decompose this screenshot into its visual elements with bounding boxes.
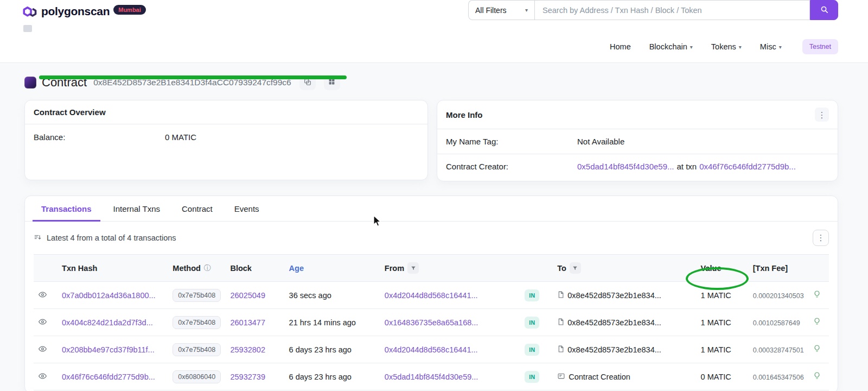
table-row: 0x46f76c646fdd2775d9b... 0x60806040 2593… [34, 363, 829, 390]
transactions-card: Transactions Internal Txns Contract Even… [24, 195, 838, 391]
chevron-down-icon: ▾ [525, 7, 528, 13]
search-bar: All Filters ▾ [468, 0, 838, 20]
logo[interactable]: polygonscan Mumbai [22, 0, 146, 21]
age-value: 6 days 23 hrs ago [289, 345, 352, 354]
from-address-link[interactable]: 0x4d2044d8d568c16441... [385, 291, 478, 300]
chevron-down-icon: ▾ [739, 44, 742, 50]
txn-hash-link[interactable]: 0x46f76c646fdd2775d9b... [62, 373, 155, 381]
contract-creation-label: Contract Creation [569, 373, 630, 381]
gas-bulb-icon [814, 345, 820, 352]
balance-value: 0 MATIC [165, 133, 196, 142]
eye-icon[interactable] [38, 318, 47, 326]
name-tag-row: My Name Tag: Not Available [437, 129, 838, 154]
age-column-toggle[interactable]: Age [289, 264, 304, 273]
table-row: 0x404c824d21da2d7f3d... 0x7e75b408 26013… [34, 309, 829, 336]
nav-item-tokens[interactable]: Tokens ▾ [711, 42, 742, 51]
creation-txn-link[interactable]: 0x46f76c646fdd2775d9b... [699, 162, 796, 171]
logo-text: polygonscan [41, 4, 110, 18]
search-icon [820, 5, 828, 15]
annotation-green-ellipse [686, 267, 749, 290]
block-link[interactable]: 26013477 [230, 318, 265, 327]
tab-transactions[interactable]: Transactions [33, 196, 100, 222]
col-block: Block [230, 264, 252, 273]
nav-item-misc[interactable]: Misc ▾ [760, 42, 782, 51]
nav-item-blockchain[interactable]: Blockchain ▾ [649, 42, 693, 51]
age-value: 36 secs ago [289, 291, 331, 300]
contract-avatar [24, 77, 36, 89]
block-link[interactable]: 26025049 [230, 291, 265, 300]
contract-creation-icon [557, 373, 565, 381]
polygonscan-logo-icon [22, 5, 37, 21]
annotation-green-underline [39, 75, 347, 79]
txn-fee: 0.000201340503 [753, 292, 804, 300]
info-icon[interactable]: ⓘ [204, 263, 211, 273]
from-address-link[interactable]: 0x4d2044d8d568c16441... [385, 345, 478, 354]
col-to: To [557, 264, 566, 273]
copy-icon [304, 78, 311, 87]
method-badge: 0x7e75b408 [173, 289, 221, 302]
balance-row: Balance: 0 MATIC [25, 124, 427, 150]
method-badge: 0x7e75b408 [173, 316, 221, 329]
eye-icon[interactable] [38, 345, 47, 353]
name-tag-value: Not Available [577, 137, 624, 146]
nav-item-home[interactable]: Home [610, 42, 631, 51]
block-link[interactable]: 25932739 [230, 373, 265, 381]
to-filter-icon[interactable] [570, 262, 581, 274]
creator-separator: at txn [677, 162, 697, 171]
document-icon [557, 345, 564, 355]
txn-hash-link[interactable]: 0x7a0db012a4d36a1800... [62, 291, 156, 300]
value-amount: 1 MATIC [701, 318, 731, 327]
mouse-cursor [372, 215, 383, 230]
gas-bulb-icon [814, 372, 820, 380]
value-amount: 0 MATIC [701, 373, 731, 381]
txn-fee: 0.00102587649 [753, 319, 800, 327]
txn-hash-link[interactable]: 0x404c824d21da2d7f3d... [62, 318, 153, 327]
table-row: 0x208bb4e97cd37f9b11f... 0x7e75b408 2593… [34, 336, 829, 363]
all-filters-label: All Filters [475, 6, 507, 15]
overview-card-title: Contract Overview [34, 108, 106, 117]
ad-placeholder [23, 25, 32, 32]
tab-bar: Transactions Internal Txns Contract Even… [25, 196, 838, 222]
chevron-down-icon: ▾ [690, 44, 693, 50]
more-info-card-title: More Info [446, 110, 483, 119]
search-button[interactable] [810, 0, 838, 20]
value-amount: 1 MATIC [701, 345, 731, 354]
txn-fee: 0.001645347506 [753, 374, 804, 381]
creator-address-link[interactable]: 0x5dad14bf845f4d30e59... [577, 162, 674, 171]
direction-badge: IN [525, 344, 539, 356]
from-address-link[interactable]: 0x5dad14bf845f4d30e59... [385, 373, 478, 381]
contract-creator-row: Contract Creator: 0x5dad14bf845f4d30e59.… [437, 154, 838, 179]
tab-internal-txns[interactable]: Internal Txns [105, 196, 169, 222]
all-filters-dropdown[interactable]: All Filters ▾ [468, 0, 534, 20]
direction-badge: IN [525, 289, 539, 301]
document-icon [557, 291, 564, 300]
more-info-card: More Info ⋮ My Name Tag: Not Available C… [437, 100, 838, 181]
more-info-menu-button[interactable]: ⋮ [815, 108, 829, 122]
transactions-summary: Latest 4 from a total of 4 transactions [47, 234, 176, 242]
eye-icon[interactable] [38, 372, 47, 380]
block-link[interactable]: 25932802 [230, 345, 265, 354]
eye-icon[interactable] [38, 291, 47, 299]
col-txn-fee: [Txn Fee] [753, 264, 788, 273]
contract-creator-label: Contract Creator: [446, 162, 577, 171]
direction-badge: IN [525, 371, 539, 383]
age-value: 6 days 23 hrs ago [289, 373, 352, 381]
table-menu-button[interactable]: ⋮ [813, 230, 829, 246]
from-filter-icon[interactable] [407, 262, 419, 274]
gas-bulb-icon [814, 291, 820, 298]
txn-hash-link[interactable]: 0x208bb4e97cd37f9b11f... [62, 345, 155, 354]
txn-fee: 0.000328747501 [753, 346, 804, 354]
testnet-button[interactable]: Testnet [802, 39, 838, 54]
method-badge: 0x60806040 [173, 370, 221, 383]
value-amount: 1 MATIC [701, 291, 731, 300]
grid-icon [328, 78, 335, 87]
tab-events[interactable]: Events [226, 196, 268, 222]
col-from: From [385, 264, 404, 273]
col-txn-hash: Txn Hash [62, 264, 97, 273]
direction-badge: IN [525, 317, 539, 329]
tab-contract[interactable]: Contract [173, 196, 221, 222]
from-address-link[interactable]: 0x164836735e8a65a168... [385, 318, 478, 327]
search-input[interactable] [534, 0, 810, 20]
to-address: 0x8e452d8573e2b1e834... [567, 318, 661, 327]
method-badge: 0x7e75b408 [173, 343, 221, 356]
